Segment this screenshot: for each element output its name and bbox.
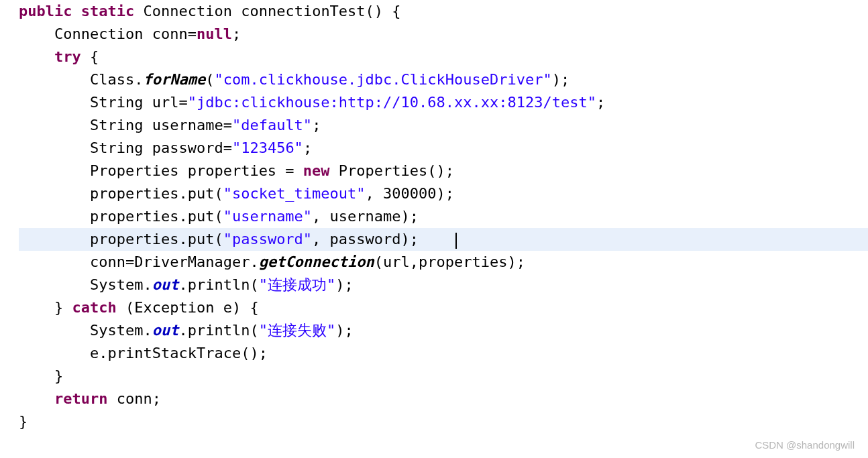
args: (url,properties); — [374, 253, 525, 270]
type: String — [90, 94, 143, 111]
close-brace: } — [54, 299, 72, 316]
code-line: properties.put("socket_timeout", 300000)… — [19, 182, 868, 205]
code-line: Class.forName("com.clickhouse.jdbc.Click… — [19, 68, 868, 91]
method-call: properties.put( — [90, 231, 223, 247]
code-line: return conn; — [19, 388, 868, 410]
open-paren: ( — [205, 71, 214, 88]
keyword-try: try — [54, 48, 81, 65]
method-call: properties.put( — [90, 208, 223, 225]
code-line: Properties properties = new Properties()… — [19, 160, 868, 182]
method-call: e.printStackTrace(); — [90, 345, 268, 361]
semicolon: ; — [232, 25, 241, 42]
watermark-text: CSDN @shandongwill — [755, 437, 855, 453]
code-line: System.out.println("连接成功"); — [19, 274, 868, 296]
decl: url= — [143, 94, 187, 111]
constructor: Properties(); — [330, 162, 454, 179]
semicolon: ; — [303, 139, 312, 156]
close-paren: ); — [335, 276, 354, 293]
assign: conn=DriverManager. — [90, 253, 259, 270]
code-editor[interactable]: public static Connection connectionTest(… — [0, 0, 868, 433]
code-line: e.printStackTrace(); — [19, 342, 868, 365]
method-call: properties.put( — [90, 185, 223, 202]
return-type: Connection — [143, 3, 231, 19]
method-call: .println( — [178, 322, 258, 339]
type: String — [90, 139, 143, 156]
static-field: out — [152, 322, 179, 339]
method-call: .println( — [178, 276, 258, 293]
decl: password= — [143, 139, 231, 156]
code-line: } catch (Exception e) { — [19, 296, 868, 319]
code-line: properties.put("username", username); — [19, 205, 868, 228]
string-literal: "default" — [232, 117, 312, 133]
decl: Properties properties = — [90, 162, 303, 179]
string-literal: "连接成功" — [259, 276, 336, 293]
keyword-null: null — [197, 25, 232, 42]
string-literal: "username" — [223, 208, 312, 225]
semicolon: ; — [312, 117, 321, 133]
close-brace: } — [19, 413, 28, 430]
code-line: } — [19, 365, 868, 388]
catch-params: (Exception e) { — [117, 299, 259, 316]
string-literal: "123456" — [232, 139, 303, 156]
string-literal: "com.clickhouse.jdbc.ClickHouseDriver" — [214, 71, 551, 88]
static-method: getConnection — [259, 253, 374, 270]
decl: username= — [143, 117, 231, 133]
code-line: String url="jdbc:clickhouse:http://10.68… — [19, 91, 868, 114]
code-line-highlighted: properties.put("password", password); — [19, 228, 868, 251]
close-paren: ); — [552, 71, 570, 88]
args: , 300000); — [366, 185, 454, 202]
close-brace: } — [54, 367, 63, 384]
code-line: String password="123456"; — [19, 137, 868, 160]
system: System. — [90, 322, 152, 339]
code-line: public static Connection connectionTest(… — [19, 0, 868, 23]
type: Connection — [54, 25, 143, 42]
decl: conn= — [143, 25, 196, 42]
method-name: connectionTest — [241, 3, 365, 19]
code-line: System.out.println("连接失败"); — [19, 319, 868, 342]
string-literal: "连接失败" — [259, 322, 336, 339]
keyword-static: static — [81, 3, 134, 19]
keyword-public: public — [19, 3, 72, 19]
args: , username); — [312, 208, 419, 225]
string-literal: "password" — [223, 231, 312, 247]
string-literal: "jdbc:clickhouse:http://10.68.xx.xx:8123… — [188, 94, 596, 111]
code-line: String username="default"; — [19, 114, 868, 137]
static-field: out — [152, 276, 179, 293]
class-ref: Class. — [90, 71, 143, 88]
static-method: forName — [143, 71, 205, 88]
open-brace: () { — [366, 3, 401, 19]
system: System. — [90, 276, 152, 293]
keyword-catch: catch — [72, 299, 116, 316]
code-line: Connection conn=null; — [19, 23, 868, 46]
keyword-return: return — [54, 390, 107, 407]
string-literal: "socket_timeout" — [223, 185, 366, 202]
args: , password); — [312, 231, 454, 247]
keyword-new: new — [303, 162, 330, 179]
code-line: } — [19, 410, 868, 433]
close-paren: ); — [335, 322, 354, 339]
code-line: conn=DriverManager.getConnection(url,pro… — [19, 251, 868, 274]
type: String — [90, 117, 143, 133]
semicolon: ; — [596, 94, 605, 111]
code-line: try { — [19, 46, 868, 68]
open-brace: { — [81, 48, 99, 65]
text-cursor — [455, 233, 457, 249]
return-var: conn; — [107, 390, 160, 407]
